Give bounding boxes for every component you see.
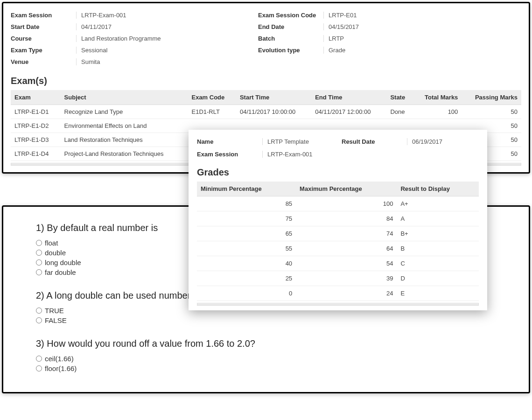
cell-subject: Environmental Effects on Land <box>61 119 188 133</box>
question-block: 3) How would you round off a value from … <box>36 337 496 372</box>
cell-min: 25 <box>197 271 296 286</box>
table-row[interactable]: 024E <box>197 286 479 301</box>
label-start-date: Start Date <box>11 23 76 30</box>
col-total-marks[interactable]: Total Marks <box>413 90 462 105</box>
col-start-time[interactable]: Start Time <box>236 90 311 105</box>
cell-result: D <box>397 271 479 286</box>
table-row[interactable]: 5564B <box>197 241 479 256</box>
value-result-date: 06/19/2017 <box>407 138 477 145</box>
cell-start_time: 04/11/2017 10:00:00 <box>236 105 311 119</box>
label-end-date: End Date <box>258 23 323 30</box>
option-radio[interactable] <box>36 308 42 314</box>
option-label: long double <box>45 259 81 266</box>
col-exam[interactable]: Exam <box>11 90 61 105</box>
label-batch: Batch <box>258 35 323 42</box>
grades-section-title: Grades <box>197 167 479 178</box>
session-info-grid: Exam Session LRTP-Exam-001 Exam Session … <box>11 12 521 65</box>
label-evolution-type: Evolution type <box>258 47 323 54</box>
label-exam-session-code: Exam Session Code <box>258 12 323 19</box>
option-label: FALSE <box>45 316 67 324</box>
grades-table: Minimum Percentage Maximum Percentage Re… <box>197 182 479 301</box>
option-radio[interactable] <box>36 250 42 256</box>
value-venue: Sumita <box>76 58 258 65</box>
cell-state: Done <box>386 105 413 119</box>
value-batch: LRTP <box>323 35 463 42</box>
label-result-date: Result Date <box>342 138 407 145</box>
option-label: ceil(1.66) <box>45 355 74 363</box>
col-max-pct[interactable]: Maximum Percentage <box>296 182 397 196</box>
value-exam-session: LRTP-Exam-001 <box>76 12 258 19</box>
option[interactable]: floor(1.66) <box>36 364 496 372</box>
cell-max: 54 <box>296 256 397 271</box>
template-info-grid: Name LRTP Template Result Date 06/19/201… <box>197 138 479 158</box>
cell-max: 100 <box>296 196 397 211</box>
cell-total_marks: 100 <box>413 105 462 119</box>
col-end-time[interactable]: End Time <box>311 90 386 105</box>
table-row[interactable]: 4054C <box>197 256 479 271</box>
cell-end_time: 04/11/2017 12:00:00 <box>311 105 386 119</box>
col-passing-marks[interactable]: Passing Marks <box>462 90 521 105</box>
cell-min: 75 <box>197 211 296 226</box>
value-template-name: LRTP Template <box>262 138 342 145</box>
cell-result: B <box>397 241 479 256</box>
table-row[interactable]: 6574B+ <box>197 226 479 241</box>
cell-min: 40 <box>197 256 296 271</box>
option-radio[interactable] <box>36 269 42 275</box>
col-result-display[interactable]: Result to Display <box>397 182 479 196</box>
table-row[interactable]: LTRP-E1-D1Recognize Land TypeE1D1-RLT04/… <box>11 105 521 119</box>
cell-subject: Recognize Land Type <box>61 105 188 119</box>
cell-min: 85 <box>197 196 296 211</box>
col-state[interactable]: State <box>386 90 413 105</box>
table-row[interactable]: 2539D <box>197 271 479 286</box>
exams-section-title: Exam(s) <box>11 76 521 86</box>
option-radio[interactable] <box>36 356 42 362</box>
cell-max: 84 <box>296 211 397 226</box>
option-label: floor(1.66) <box>45 364 77 372</box>
option[interactable]: ceil(1.66) <box>36 355 496 363</box>
label-exam-session: Exam Session <box>11 12 76 19</box>
value-start-date: 04/11/2017 <box>76 23 258 30</box>
value-exam-type: Sessional <box>76 47 258 54</box>
cell-min: 65 <box>197 226 296 241</box>
option-radio[interactable] <box>36 365 42 371</box>
grades-template-popup: Name LRTP Template Result Date 06/19/201… <box>189 130 487 310</box>
col-subject[interactable]: Subject <box>61 90 188 105</box>
value-exam-session-code: LRTP-E01 <box>323 12 463 19</box>
cell-max: 64 <box>296 241 397 256</box>
option-label: far double <box>45 268 76 276</box>
label-course: Course <box>11 35 76 42</box>
cell-result: A <box>397 211 479 226</box>
value-evolution-type: Grade <box>323 47 463 54</box>
question-text: 3) How would you round off a value from … <box>36 337 496 350</box>
label-exam-type: Exam Type <box>11 47 76 54</box>
cell-result: A+ <box>397 196 479 211</box>
cell-result: C <box>397 256 479 271</box>
table-row[interactable]: 85100A+ <box>197 196 479 211</box>
option-label: float <box>45 239 58 247</box>
col-exam-code[interactable]: Exam Code <box>188 90 236 105</box>
grades-header-row: Minimum Percentage Maximum Percentage Re… <box>197 182 479 196</box>
cell-max: 24 <box>296 286 397 301</box>
label-venue: Venue <box>11 58 76 65</box>
cell-passing_marks: 50 <box>462 105 521 119</box>
cell-min: 0 <box>197 286 296 301</box>
option[interactable]: FALSE <box>36 316 496 324</box>
option-label: double <box>45 249 66 257</box>
label-template-name: Name <box>197 138 262 145</box>
option-label: TRUE <box>45 307 64 315</box>
cell-subject: Project-Land Restoration Techniques <box>61 147 188 161</box>
cell-exam: LTRP-E1-D4 <box>11 147 61 161</box>
option-radio[interactable] <box>36 240 42 246</box>
cell-max: 39 <box>296 271 397 286</box>
col-min-pct[interactable]: Minimum Percentage <box>197 182 296 196</box>
cell-result: E <box>397 286 479 301</box>
option-radio[interactable] <box>36 259 42 266</box>
table-row[interactable]: 7584A <box>197 211 479 226</box>
label-template-session: Exam Session <box>197 151 262 158</box>
value-course: Land Restoration Programme <box>76 35 258 42</box>
value-end-date: 04/15/2017 <box>323 23 463 30</box>
cell-exam: LTRP-E1-D2 <box>11 119 61 133</box>
grades-scrollbar[interactable] <box>197 303 479 306</box>
option-radio[interactable] <box>36 317 42 323</box>
cell-exam: LTRP-E1-D3 <box>11 133 61 147</box>
